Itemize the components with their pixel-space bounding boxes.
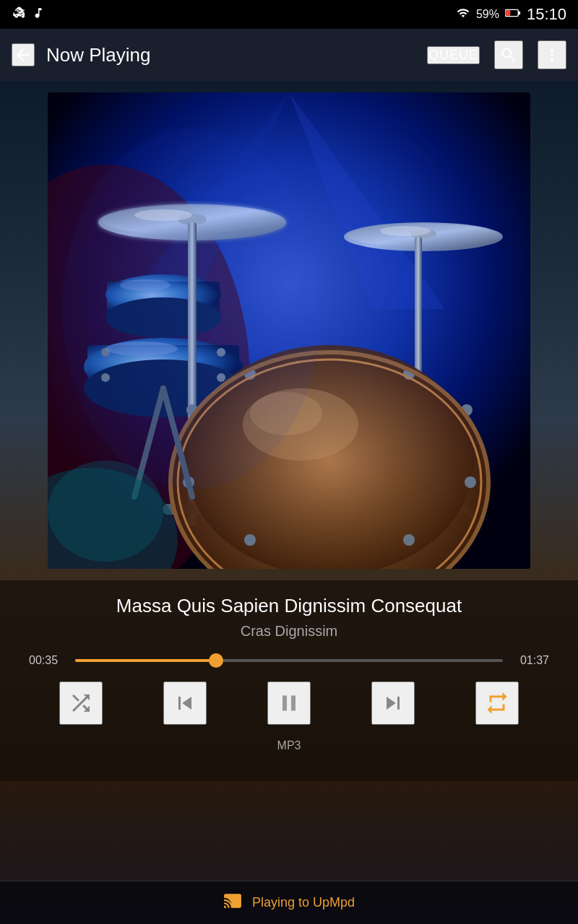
- wifi-icon: [456, 6, 470, 22]
- status-time: 15:10: [527, 5, 566, 24]
- track-title: Massa Quis Sapien Dignissim Consequat: [29, 595, 549, 617]
- previous-button[interactable]: [163, 681, 207, 725]
- format-label: MP3: [29, 739, 549, 752]
- app-bar: Now Playing QUEUE: [0, 29, 578, 81]
- current-time: 00:35: [29, 654, 65, 667]
- search-button[interactable]: [494, 40, 523, 69]
- app-bar-actions: QUEUE: [427, 40, 566, 69]
- status-bar: 59% 15:10: [0, 0, 578, 29]
- shuffle-button[interactable]: [59, 681, 103, 725]
- svg-rect-2: [506, 10, 510, 15]
- total-time: 01:37: [513, 654, 549, 667]
- bottom-bar: Playing to UpMpd: [0, 881, 578, 924]
- more-options-button[interactable]: [538, 40, 566, 69]
- svg-rect-1: [518, 12, 520, 15]
- progress-container: 00:35 01:37: [29, 654, 549, 667]
- content-area: Massa Quis Sapien Dignissim Consequat Cr…: [0, 81, 578, 924]
- status-right: 59% 15:10: [456, 5, 566, 24]
- status-left: [12, 6, 45, 23]
- svg-point-52: [48, 461, 163, 562]
- battery-icon: [505, 8, 521, 21]
- cast-icon: [223, 892, 242, 915]
- album-art-container: [0, 81, 578, 580]
- track-artist: Cras Dignissim: [29, 623, 549, 640]
- usb-icon: [12, 6, 25, 23]
- page-title: Now Playing: [46, 44, 427, 66]
- music-note-icon: [32, 6, 45, 23]
- pause-button[interactable]: [267, 681, 311, 725]
- drum-art-image: [48, 92, 530, 569]
- progress-fill: [75, 659, 216, 662]
- cast-label: Playing to UpMpd: [252, 895, 355, 910]
- queue-button[interactable]: QUEUE: [427, 46, 480, 64]
- back-button[interactable]: [12, 43, 35, 66]
- next-button[interactable]: [371, 681, 415, 725]
- album-art: [48, 92, 530, 569]
- progress-thumb: [209, 653, 223, 668]
- battery-percent: 59%: [476, 8, 499, 21]
- playback-controls: [29, 681, 549, 725]
- progress-bar[interactable]: [75, 659, 503, 662]
- player-controls: Massa Quis Sapien Dignissim Consequat Cr…: [0, 580, 578, 781]
- repeat-button[interactable]: [475, 681, 519, 725]
